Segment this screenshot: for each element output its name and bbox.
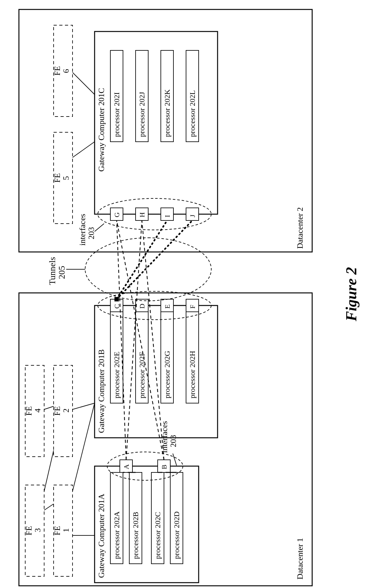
iface-a-label: A (122, 464, 130, 469)
fe1-label-line2: 1 (61, 528, 71, 532)
iface-b: B (158, 460, 170, 472)
iface-e-label: E (163, 305, 171, 309)
tunnel-a-g (117, 220, 126, 460)
iface-e: E (161, 299, 173, 312)
dc2-iface-label-2: 203 (87, 227, 96, 239)
iface-g-label: G (113, 212, 121, 217)
link-fe4-fe2 (44, 406, 54, 409)
proc-202g: processor 202G (161, 312, 173, 403)
proc-202d-label: processor 202D (172, 511, 181, 559)
fe1-label-line1: FE (53, 526, 62, 535)
iface-j: J (186, 208, 199, 220)
tunnels-ellipse (85, 238, 211, 301)
iface-h: H (136, 208, 148, 220)
proc-202a: processor 202A (110, 472, 123, 564)
iface-j-label: J (189, 214, 196, 217)
iface-a: A (120, 460, 132, 472)
svg-rect-35 (161, 208, 173, 220)
iface-d-label: D (138, 304, 146, 309)
iface-d: D (136, 299, 148, 312)
proc-202l-label: processor 202L (188, 90, 196, 137)
proc-202i: processor 202I (110, 50, 123, 142)
iface-f-label: F (189, 305, 196, 309)
dc2-iface-leader (95, 224, 104, 231)
iface-h-label: H (138, 212, 146, 217)
svg-rect-36 (186, 208, 199, 220)
iface-f: F (186, 299, 199, 312)
fe3-label-line2: 3 (33, 528, 42, 532)
proc-202k: processor 202K (161, 50, 173, 142)
figure-diagram: Datacenter 1 Datacenter 2 FE 3 FE 4 FE 1… (0, 0, 391, 588)
iface-i: I (161, 208, 173, 220)
dc1-label: Datacenter 1 (295, 538, 305, 579)
gateway-201c: Gateway Computer 201C processor 202I pro… (95, 31, 218, 230)
proc-202j-label: processor 202J (138, 92, 146, 137)
fe2-label-line1: FE (53, 406, 62, 416)
tunnel-c-j (117, 220, 192, 299)
proc-202g-label: processor 202G (163, 351, 171, 398)
link-fe1-gwb (73, 403, 95, 491)
fe5-box: FE 5 (53, 132, 73, 224)
gateway-201a: Gateway Computer 201A processor 202A pro… (95, 452, 199, 583)
fe2-label-line2: 2 (61, 408, 71, 413)
iface-i-label: I (163, 215, 171, 217)
proc-202d: processor 202D (170, 472, 183, 564)
diagram-root: Datacenter 1 Datacenter 2 FE 3 FE 4 FE 1… (19, 9, 359, 586)
figure-label: Figure 2 (343, 267, 359, 322)
fe5-label-line2: 5 (61, 176, 71, 180)
fe4-label-line2: 4 (33, 408, 42, 413)
proc-202k-label: processor 202K (163, 89, 171, 137)
proc-202i-label: processor 202I (113, 92, 121, 137)
tunnel-b-g (117, 220, 164, 460)
proc-202h-label: processor 202H (188, 351, 196, 398)
link-fe3-fe1 (44, 504, 54, 510)
iface-c-label: C (113, 304, 121, 309)
proc-202h: processor 202H (186, 312, 199, 403)
iface-b-label: B (160, 465, 168, 469)
proc-202j: processor 202J (136, 50, 148, 142)
proc-202a-label: processor 202A (113, 511, 121, 559)
tunnels-label-2: 205 (57, 266, 67, 279)
fe4-box: FE 4 (24, 365, 44, 457)
tunnel-a-h (126, 220, 142, 460)
fe3-label-line1: FE (24, 526, 33, 535)
tunnel-c-i (117, 220, 167, 299)
gateway-201b: Gateway Computer 201B processor 202E pro… (95, 291, 218, 438)
fe2-box: FE 2 (53, 365, 73, 457)
proc-202c: processor 202C (151, 472, 164, 564)
iface-g: G (110, 208, 123, 220)
fe6-label-line1: FE (53, 66, 62, 76)
proc-202e: processor 202E (110, 312, 123, 403)
dc2-label: Datacenter 2 (295, 207, 305, 249)
proc-202e-label: processor 202E (113, 351, 121, 398)
proc-202b: processor 202B (129, 472, 142, 564)
proc-202f-label: processor 202F (138, 352, 146, 398)
gwa-title: Gateway Computer 201A (97, 494, 106, 578)
link-fe5-gwc (73, 142, 95, 157)
fe6-box: FE 6 (53, 25, 73, 117)
dc1-iface-leader (173, 454, 177, 465)
fe4-label-line1: FE (24, 406, 33, 416)
dc1-iface-label-2: 203 (169, 435, 178, 447)
proc-202b-label: processor 202B (131, 512, 140, 559)
proc-202l: processor 202L (186, 50, 199, 142)
gwb-title: Gateway Computer 201B (97, 349, 106, 433)
iface-c-marker (114, 297, 119, 301)
link-fe6-gwc (73, 72, 95, 94)
tunnels-label-1: Tunnels (47, 257, 57, 285)
fe3-box: FE 3 (24, 485, 44, 576)
gwc-title: Gateway Computer 201C (97, 88, 106, 172)
fe5-label-line1: FE (53, 173, 62, 183)
dc2-iface-label-1: interfaces (78, 214, 87, 246)
fe6-label-line2: 6 (61, 69, 71, 73)
proc-202c-label: processor 202C (154, 512, 162, 559)
link-fe2-gwb (73, 403, 95, 409)
link-fe3-fe2 (44, 450, 54, 491)
fe1-box: FE 1 (53, 485, 73, 576)
dc1-iface-label-1: interfaces (160, 421, 169, 453)
